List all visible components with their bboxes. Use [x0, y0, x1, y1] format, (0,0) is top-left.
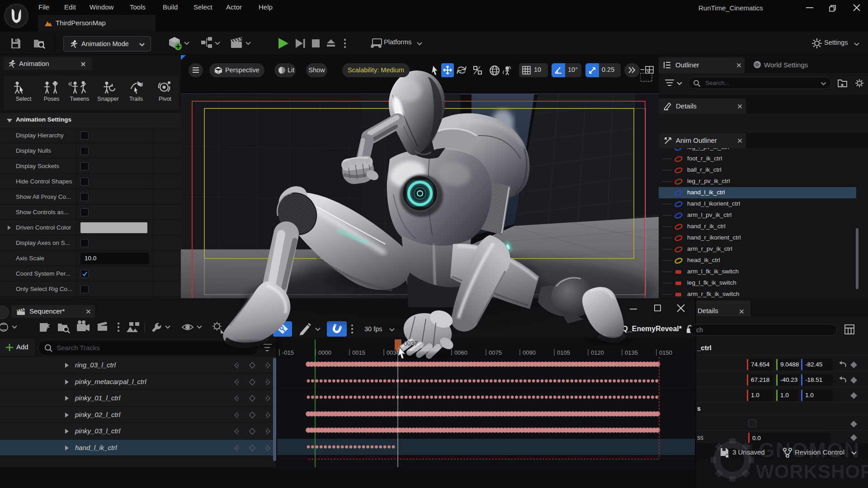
- svg-text:0060: 0060: [454, 349, 467, 356]
- svg-text:0135: 0135: [625, 349, 638, 356]
- svg-text:0090: 0090: [523, 349, 536, 356]
- svg-text:-015: -015: [282, 349, 294, 356]
- svg-text:0120: 0120: [591, 349, 604, 356]
- svg-text:0015: 0015: [352, 349, 365, 356]
- svg-text:0045: 0045: [420, 349, 434, 356]
- svg-text:0150: 0150: [659, 349, 672, 356]
- svg-text:0000: 0000: [318, 349, 331, 356]
- svg-text:0105: 0105: [557, 349, 570, 356]
- svg-text:0075: 0075: [489, 349, 502, 356]
